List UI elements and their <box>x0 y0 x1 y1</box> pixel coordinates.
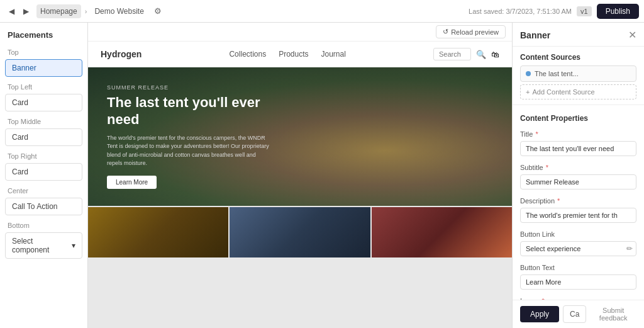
hero-title: The last tent you'll ever need <box>107 94 270 128</box>
description-input[interactable] <box>520 208 636 223</box>
placement-call-to-action[interactable]: Call To Action <box>5 198 82 215</box>
site-preview: Hydrogen Collections Products Journal 🔍 … <box>88 42 512 328</box>
right-panel: Banner ✕ Content Sources The last tent..… <box>512 23 644 328</box>
section-top-middle: Top Middle Card <box>0 114 87 146</box>
content-source-item[interactable]: The last tent... <box>520 65 636 82</box>
site-navigation: Hydrogen Collections Products Journal 🔍 … <box>88 42 512 67</box>
forward-icon: ▶ <box>23 7 29 16</box>
image-grid <box>88 207 512 257</box>
description-field-label: Description * <box>513 193 644 206</box>
section-center-label: Center <box>0 183 87 196</box>
bag-icon: 🛍 <box>491 50 499 59</box>
desc-required-star: * <box>557 197 560 205</box>
source-label: The last tent... <box>535 70 579 77</box>
edit-icon[interactable]: ✏ <box>626 244 633 253</box>
right-panel-footer: Apply Ca Submit feedback <box>513 300 644 328</box>
placement-banner[interactable]: Banner <box>5 59 82 77</box>
preview-topbar: ↺ Reload preview <box>88 23 512 42</box>
section-top-left: Top Left Card <box>0 79 87 111</box>
select-component-label: Select component <box>12 237 72 254</box>
grid-image-3 <box>372 207 512 257</box>
section-top: Top Banner <box>0 45 87 77</box>
button-link-label: Button Link <box>513 227 644 240</box>
button-link-input[interactable] <box>520 241 636 256</box>
nav-collections: Collections <box>229 50 266 59</box>
close-panel-button[interactable]: ✕ <box>628 29 636 41</box>
section-top-right-label: Top Right <box>0 149 87 162</box>
site-nav-actions: 🔍 🛍 <box>433 48 499 60</box>
gear-icon: ⚙ <box>154 6 162 16</box>
reload-preview-button[interactable]: ↺ Reload preview <box>436 25 506 38</box>
back-button[interactable]: ◀ <box>5 4 18 18</box>
forward-button[interactable]: ▶ <box>19 4 33 18</box>
version-badge: v1 <box>577 6 592 16</box>
source-indicator <box>526 71 531 76</box>
main-layout: Placements Top Banner Top Left Card Top … <box>0 23 644 328</box>
topbar-nav: ◀ ▶ <box>5 4 33 18</box>
section-top-label: Top <box>0 45 87 58</box>
title-required-star: * <box>535 130 538 138</box>
placement-card-top-middle[interactable]: Card <box>5 128 82 146</box>
settings-button[interactable]: ⚙ <box>152 4 164 18</box>
select-component-dropdown[interactable]: Select component ▾ <box>5 232 82 259</box>
hero-description: The world's premier tent for the conscio… <box>107 134 270 168</box>
placements-title: Placements <box>0 23 87 45</box>
section-top-middle-label: Top Middle <box>0 114 87 127</box>
site-logo: Hydrogen <box>101 49 142 59</box>
breadcrumb-separator: › <box>85 8 87 15</box>
right-panel-header: Banner ✕ <box>513 23 644 47</box>
nav-products: Products <box>279 50 308 59</box>
publish-button[interactable]: Publish <box>597 4 639 19</box>
section-center: Center Call To Action <box>0 183 87 215</box>
site-nav-links: Collections Products Journal <box>229 50 345 59</box>
site-breadcrumb[interactable]: Demo Website <box>91 4 147 18</box>
search-icon: 🔍 <box>476 50 486 59</box>
left-panel: Placements Top Banner Top Left Card Top … <box>0 23 88 328</box>
grid-image-2 <box>230 207 370 257</box>
site-search-input[interactable] <box>433 48 471 60</box>
section-bottom: Bottom Select component ▾ <box>0 218 87 259</box>
plus-icon: + <box>526 88 530 96</box>
topbar-left: ◀ ▶ Homepage › Demo Website ⚙ <box>5 4 164 18</box>
section-bottom-label: Bottom <box>0 218 87 231</box>
hero-content: SUMMER RELEASE The last tent you'll ever… <box>88 67 289 206</box>
content-sources-heading: Content Sources <box>513 47 644 65</box>
topbar-right: Last saved: 3/7/2023, 7:51:30 AM v1 Publ… <box>469 4 639 19</box>
site-label: Demo Website <box>94 7 143 16</box>
title-input[interactable] <box>520 141 636 156</box>
back-icon: ◀ <box>9 7 14 16</box>
button-link-field: ✏ <box>520 241 636 256</box>
subtitle-input[interactable] <box>520 174 636 189</box>
last-saved-text: Last saved: 3/7/2023, 7:51:30 AM <box>469 8 572 15</box>
reload-icon: ↺ <box>443 28 448 36</box>
submit-feedback-button[interactable]: Submit feedback <box>590 307 636 322</box>
hero-tag: SUMMER RELEASE <box>107 84 270 91</box>
button-text-label: Button Text <box>513 260 644 273</box>
divider-1 <box>513 105 644 105</box>
section-top-right: Top Right Card <box>0 149 87 181</box>
placement-card-top-left[interactable]: Card <box>5 94 82 111</box>
grid-image-1 <box>88 207 228 257</box>
hero-cta-button[interactable]: Learn More <box>107 176 157 189</box>
chevron-down-icon: ▾ <box>72 241 75 250</box>
homepage-label: Homepage <box>40 7 77 16</box>
add-source-label: Add Content Source <box>532 88 594 96</box>
homepage-breadcrumb[interactable]: Homepage <box>36 4 81 18</box>
section-top-left-label: Top Left <box>0 79 87 93</box>
title-field-label: Title * <box>513 127 644 140</box>
subtitle-required-star: * <box>546 164 548 171</box>
button-text-input[interactable] <box>520 274 636 290</box>
banner-title: Banner <box>520 30 550 40</box>
nav-journal: Journal <box>321 50 346 59</box>
placement-card-top-right[interactable]: Card <box>5 163 82 181</box>
subtitle-field-label: Subtitle * <box>513 160 644 173</box>
cancel-button[interactable]: Ca <box>563 305 586 323</box>
content-props-heading: Content Properties <box>513 108 644 127</box>
apply-button[interactable]: Apply <box>520 306 559 322</box>
add-content-source-button[interactable]: + Add Content Source <box>520 84 636 99</box>
center-preview: ↺ Reload preview Hydrogen Collections Pr… <box>88 23 512 328</box>
hero-banner: SUMMER RELEASE The last tent you'll ever… <box>88 67 512 206</box>
topbar: ◀ ▶ Homepage › Demo Website ⚙ Last saved… <box>0 0 644 23</box>
reload-label: Reload preview <box>451 28 499 36</box>
